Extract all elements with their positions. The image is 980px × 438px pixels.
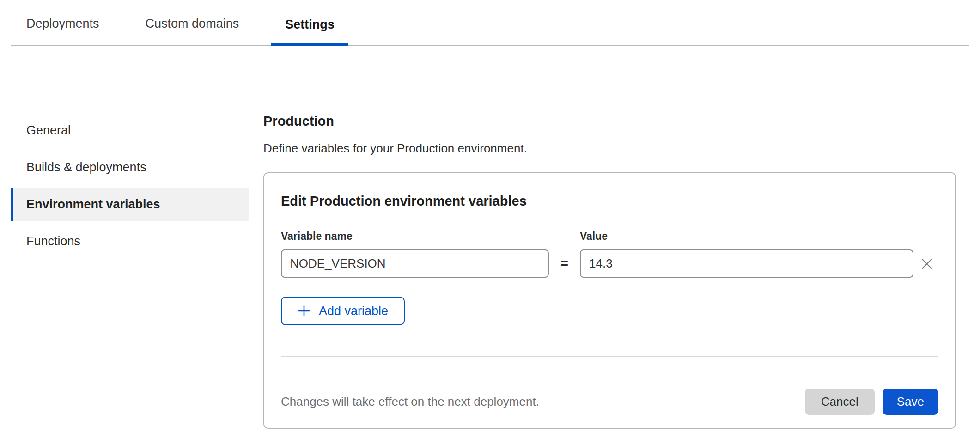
value-input[interactable] <box>580 249 913 278</box>
section-title: Production <box>263 114 956 129</box>
sidebar-item-environment-variables[interactable]: Environment variables <box>11 188 249 221</box>
tab-custom-domains[interactable]: Custom domains <box>132 17 253 45</box>
variable-name-label: Variable name <box>281 230 549 249</box>
close-icon <box>920 257 934 271</box>
remove-variable-button[interactable] <box>918 255 936 273</box>
cancel-button[interactable]: Cancel <box>805 389 875 415</box>
variable-row: Variable name Value = <box>281 230 938 278</box>
value-label: Value <box>580 230 913 249</box>
tab-settings[interactable]: Settings <box>271 18 348 46</box>
deployment-note: Changes will take effect on the next dep… <box>281 395 805 409</box>
settings-content: General Builds & deployments Environment… <box>0 114 980 429</box>
save-button[interactable]: Save <box>883 389 938 415</box>
main-panel: Production Define variables for your Pro… <box>263 114 956 429</box>
card-title: Edit Production environment variables <box>281 194 938 209</box>
sidebar-item-builds-deployments[interactable]: Builds & deployments <box>11 151 249 184</box>
variable-name-input[interactable] <box>281 249 549 278</box>
add-variable-button[interactable]: Add variable <box>281 297 405 325</box>
sidebar-item-general[interactable]: General <box>11 114 249 147</box>
section-description: Define variables for your Production env… <box>263 141 956 156</box>
tab-deployments[interactable]: Deployments <box>12 17 113 45</box>
add-variable-label: Add variable <box>319 304 388 318</box>
tab-bar: Deployments Custom domains Settings <box>11 0 969 46</box>
plus-icon <box>298 304 310 317</box>
settings-sidebar: General Builds & deployments Environment… <box>11 114 249 262</box>
card-footer: Changes will take effect on the next dep… <box>281 389 938 415</box>
environment-variables-card: Edit Production environment variables Va… <box>263 172 956 429</box>
card-divider <box>281 356 938 357</box>
equals-sign: = <box>549 256 580 271</box>
sidebar-item-functions[interactable]: Functions <box>11 225 249 258</box>
